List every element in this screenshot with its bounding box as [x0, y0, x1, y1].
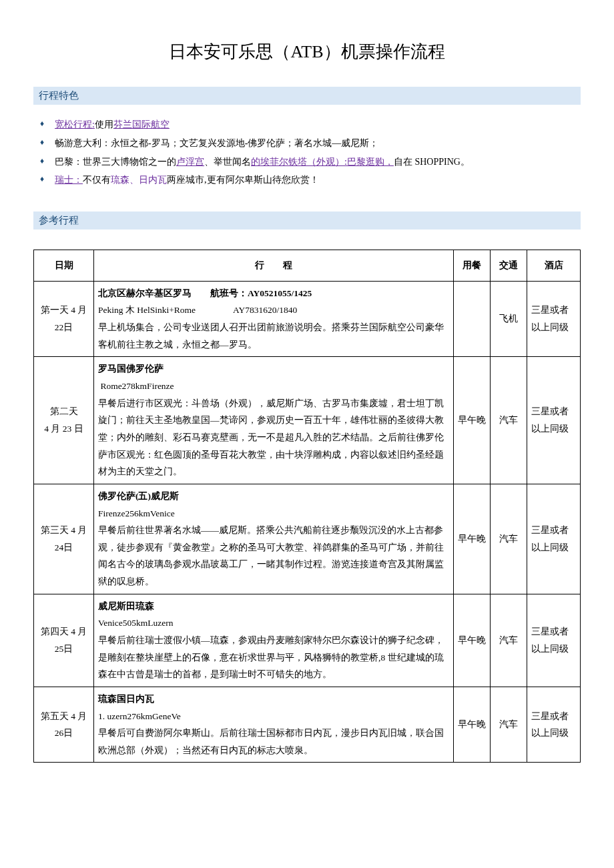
meal-cell: 早午晚 [454, 484, 491, 594]
itinerary-table: 日期 行 程 用餐 交通 酒店 第一天 4 月 22日北京区赫尔辛基区罗马 航班… [33, 250, 581, 763]
hotel-cell: 三星或者以上同级 [527, 281, 581, 357]
transport-cell: 汽车 [491, 687, 527, 763]
description-cell: 罗马国佛罗伦萨 Rome278kmFirenze早餐后进行市区观光：斗兽场（外观… [94, 357, 454, 484]
table-row: 第一天 4 月 22日北京区赫尔辛基区罗马 航班号：AY0521055/1425… [34, 281, 581, 357]
page-title: 日本安可乐思（ATB）机票操作流程 [33, 40, 581, 63]
table-row: 第四天 4 月 25日威尼斯田琉森Venice505kmLuzern早餐后前往瑞… [34, 594, 581, 687]
feature-text: 芬兰国际航空 [113, 119, 170, 129]
table-header-row: 日期 行 程 用餐 交通 酒店 [34, 250, 581, 282]
feature-item: 巴黎：世界三大博物馆之一的卢浮宫、举世闻名的埃菲尔铁塔（外观）:巴黎逛购，自在 … [40, 154, 581, 170]
hotel-cell: 三星或者以上同级 [527, 484, 581, 594]
feature-text: 卢浮宫 [176, 157, 204, 167]
hotel-cell: 三星或者以上同级 [527, 357, 581, 484]
features-list: 宽松行程:使用芬兰国际航空 畅游意大利：永恒之都-罗马；文艺复兴发源地-佛罗伦萨… [33, 117, 581, 188]
transport-cell: 汽车 [491, 484, 527, 594]
feature-text: 的埃菲尔铁塔（外观） [251, 157, 344, 167]
feature-item: 宽松行程:使用芬兰国际航空 [40, 117, 581, 133]
transport-cell: 汽车 [491, 357, 527, 484]
description-cell: 北京区赫尔辛基区罗马 航班号：AY0521055/1425Peking 木 He… [94, 281, 454, 357]
description-cell: 琉森国日内瓦1. uzern276kmGeneVe早餐后可自费游阿尔卑斯山。后前… [94, 687, 454, 763]
feature-text: 两座城市,更有阿尔卑斯山待您欣赏！ [167, 175, 319, 185]
feature-item: 瑞士：不仅有琉森、日内瓦两座城市,更有阿尔卑斯山待您欣赏！ [40, 172, 581, 188]
table-row: 第二天4 月 23 日罗马国佛罗伦萨 Rome278kmFirenze早餐后进行… [34, 357, 581, 484]
col-itinerary: 行 程 [94, 250, 454, 282]
feature-text: 巴黎：世界三大博物馆之一的 [55, 157, 176, 167]
date-cell: 第三天 4 月 24日 [34, 484, 94, 594]
meal-cell: 早午晚 [454, 594, 491, 687]
meal-cell: 早午晚 [454, 357, 491, 484]
hotel-cell: 三星或者以上同级 [527, 687, 581, 763]
description-cell: 威尼斯田琉森Venice505kmLuzern早餐后前往瑞士渡假小镇—琉森，参观… [94, 594, 454, 687]
meal-cell [454, 281, 491, 357]
feature-item: 畅游意大利：永恒之都-罗马；文艺复兴发源地-佛罗伦萨；著名水城—威尼斯； [40, 135, 581, 151]
col-hotel: 酒店 [527, 250, 581, 282]
feature-text: 、举世闻名 [204, 157, 251, 167]
col-transport: 交通 [491, 250, 527, 282]
feature-text: 自在 SHOPPING。 [394, 157, 470, 167]
section-features-header: 行程特色 [33, 87, 581, 105]
table-row: 第五天 4 月 26日琉森国日内瓦1. uzern276kmGeneVe早餐后可… [34, 687, 581, 763]
feature-text: 使用 [95, 119, 113, 129]
feature-text: 瑞士： [55, 175, 83, 185]
col-date: 日期 [34, 250, 94, 282]
table-row: 第三天 4 月 24日佛罗伦萨(五)威尼斯Firenze256kmVenice早… [34, 484, 581, 594]
col-meal: 用餐 [454, 250, 491, 282]
feature-text: 不仅有 [83, 175, 111, 185]
description-cell: 佛罗伦萨(五)威尼斯Firenze256kmVenice早餐后前往世界著名水城—… [94, 484, 454, 594]
date-cell: 第四天 4 月 25日 [34, 594, 94, 687]
date-cell: 第一天 4 月 22日 [34, 281, 94, 357]
transport-cell: 飞机 [491, 281, 527, 357]
date-cell: 第五天 4 月 26日 [34, 687, 94, 763]
hotel-cell: 三星或者以上同级 [527, 594, 581, 687]
transport-cell: 汽车 [491, 594, 527, 687]
feature-text: 宽松行程: [55, 119, 95, 129]
section-itinerary-header: 参考行程 [33, 211, 581, 230]
feature-text: :巴黎逛购， [344, 157, 394, 167]
feature-text: 畅游意大利：永恒之都-罗马；文艺复兴发源地-佛罗伦萨；著名水城—威尼斯； [55, 138, 378, 148]
feature-text: 琉森、日内瓦 [111, 175, 167, 185]
date-cell: 第二天4 月 23 日 [34, 357, 94, 484]
meal-cell: 早午晚 [454, 687, 491, 763]
